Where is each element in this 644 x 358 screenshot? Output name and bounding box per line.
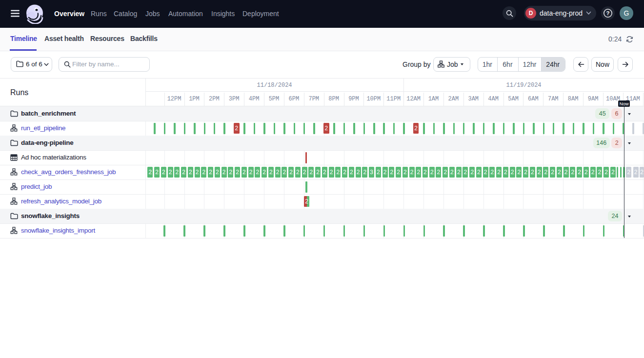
svg-text:?: ? xyxy=(606,10,609,16)
